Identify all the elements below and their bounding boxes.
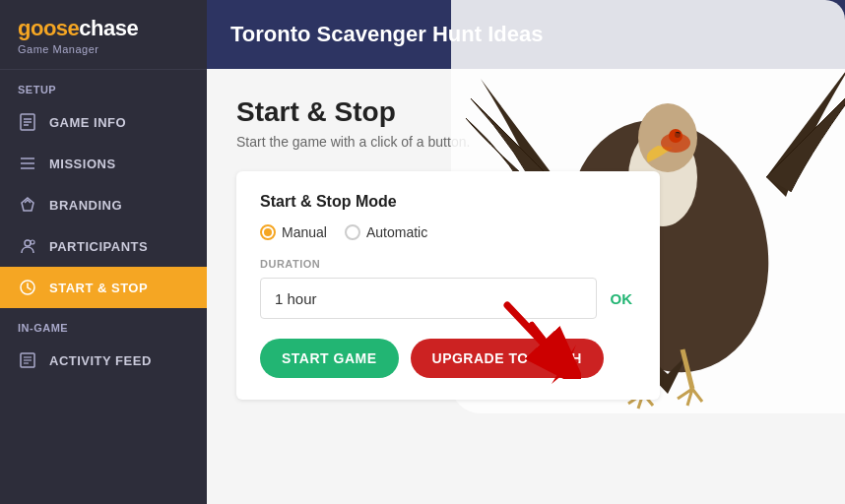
- sidebar-item-missions[interactable]: MISSIONS: [0, 143, 207, 184]
- logo-area: goosechase Game Manager: [0, 0, 207, 70]
- start-game-button[interactable]: START GAME: [260, 339, 399, 378]
- radio-manual-btn[interactable]: [260, 224, 276, 240]
- card-section-title: Start & Stop Mode: [260, 193, 636, 211]
- svg-point-23: [661, 133, 690, 153]
- missions-icon: [18, 154, 37, 173]
- activity-feed-icon: [18, 350, 37, 370]
- duration-label: DURATION: [260, 258, 636, 270]
- radio-automatic-text: Automatic: [366, 224, 427, 240]
- start-stop-card: Start & Stop Mode Manual Automatic DURAT…: [236, 171, 660, 400]
- branding-icon: [18, 195, 37, 215]
- game-info-icon: [18, 112, 37, 132]
- logo: goosechase: [18, 16, 189, 41]
- sidebar-item-start-stop[interactable]: START & STOP: [0, 267, 207, 308]
- svg-line-27: [507, 305, 556, 357]
- radio-manual-label[interactable]: Manual: [260, 224, 327, 240]
- sidebar-item-branding-label: BRANDING: [49, 198, 122, 213]
- sidebar-item-participants-label: PARTICIPANTS: [49, 239, 148, 254]
- logo-chase: chase: [79, 16, 138, 40]
- logo-goose: goose: [18, 16, 79, 40]
- in-game-section-label: In-Game: [0, 308, 207, 340]
- radio-automatic-label[interactable]: Automatic: [345, 224, 427, 240]
- radio-automatic-btn[interactable]: [345, 224, 360, 240]
- radio-group: Manual Automatic: [260, 224, 636, 240]
- ok-button[interactable]: OK: [607, 284, 637, 313]
- sidebar-item-participants[interactable]: PARTICIPANTS: [0, 225, 207, 267]
- sidebar-item-branding[interactable]: BRANDING: [0, 184, 207, 225]
- setup-section-label: Setup: [0, 70, 207, 101]
- sidebar: goosechase Game Manager Setup GAME INFO …: [0, 0, 207, 504]
- arrow-overlay: [492, 290, 581, 379]
- participants-icon: [18, 236, 37, 256]
- sidebar-item-missions-label: MISSIONS: [49, 157, 116, 171]
- start-stop-icon: [18, 278, 37, 297]
- radio-manual-text: Manual: [282, 224, 327, 240]
- logo-subtitle: Game Manager: [18, 43, 189, 55]
- sidebar-item-activity-feed-label: ACTIVITY FEED: [49, 353, 152, 368]
- svg-point-7: [25, 240, 31, 246]
- sidebar-item-start-stop-label: START & STOP: [49, 281, 148, 295]
- sidebar-item-game-info-label: GAME INFO: [49, 115, 126, 130]
- sidebar-item-activity-feed[interactable]: ACTIVITY FEED: [0, 340, 207, 381]
- sidebar-item-game-info[interactable]: GAME INFO: [0, 101, 207, 143]
